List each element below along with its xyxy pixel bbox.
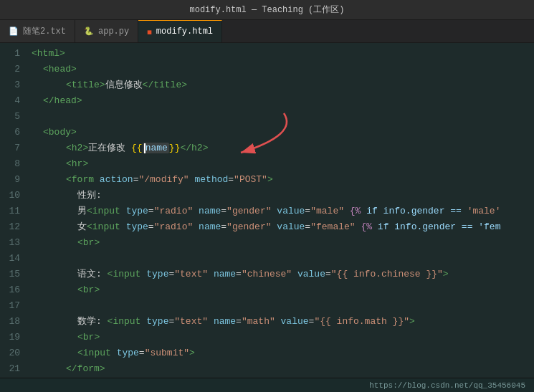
html-icon: ◼ (147, 27, 152, 37)
tab-app[interactable]: 🐍 app.py (75, 20, 138, 42)
ln-22: 22 (0, 377, 20, 378)
ln-16: 16 (0, 282, 20, 298)
editor: 1 2 3 4 5 6 7 8 9 10 11 12 13 14 15 16 1… (0, 43, 534, 378)
ln-14: 14 (0, 251, 20, 267)
python-icon: 🐍 (84, 27, 94, 36)
code-line-21: </form> (32, 361, 534, 377)
code-line-9: <form action="/modify" method="POST"> (32, 172, 534, 188)
ln-11: 11 (0, 204, 20, 219)
code-line-14 (32, 251, 534, 267)
ln-15: 15 (0, 267, 20, 282)
code-line-5 (32, 109, 534, 125)
code-line-22: </body> (32, 377, 534, 378)
ln-9: 9 (0, 172, 20, 188)
code-line-6: <body> (32, 125, 534, 140)
ln-7: 7 (0, 140, 20, 156)
title-bar: modify.html — Teaching (工作区) (0, 0, 534, 20)
tab-notes-label: 随笔2.txt (23, 25, 66, 37)
tab-notes[interactable]: 📄 随笔2.txt (0, 20, 75, 42)
code-line-2: <head> (32, 62, 534, 77)
code-line-20: <input type="submit"> (32, 345, 534, 361)
code-line-13: <br> (32, 235, 534, 251)
ln-19: 19 (0, 330, 20, 345)
bottom-bar: https://blog.csdn.net/qq_35456045 (0, 378, 534, 392)
ln-12: 12 (0, 219, 20, 235)
line-numbers: 1 2 3 4 5 6 7 8 9 10 11 12 13 14 15 16 1… (0, 43, 26, 378)
code-line-11: 男<input type="radio" name="gender" value… (32, 204, 534, 219)
code-line-17 (32, 298, 534, 314)
tab-modify-label: modify.html (156, 27, 213, 37)
notes-icon: 📄 (9, 27, 19, 36)
ln-13: 13 (0, 235, 20, 251)
tab-bar: 📄 随笔2.txt 🐍 app.py ◼ modify.html (0, 20, 534, 43)
tab-app-label: app.py (98, 27, 129, 37)
ln-10: 10 (0, 188, 20, 204)
code-line-19: <br> (32, 330, 534, 345)
ln-18: 18 (0, 314, 20, 330)
blog-url: https://blog.csdn.net/qq_35456045 (369, 381, 525, 390)
code-line-1: <html> (32, 46, 534, 62)
title-text: modify.html — Teaching (工作区) (189, 4, 344, 16)
code-line-4: </head> (32, 93, 534, 109)
ln-4: 4 (0, 93, 20, 109)
code-line-16: <br> (32, 282, 534, 298)
ln-8: 8 (0, 156, 20, 172)
code-line-3: <title>信息修改</title> (32, 77, 534, 93)
ln-20: 20 (0, 345, 20, 361)
ln-3: 3 (0, 77, 20, 93)
ln-21: 21 (0, 361, 20, 377)
code-line-15: 语文: <input type="text" name="chinese" va… (32, 267, 534, 282)
ln-6: 6 (0, 125, 20, 140)
tab-modify[interactable]: ◼ modify.html (138, 20, 222, 42)
ln-2: 2 (0, 62, 20, 77)
ln-1: 1 (0, 46, 20, 62)
ln-5: 5 (0, 109, 20, 125)
code-area[interactable]: <html> <head> <title>信息修改</title> </head… (26, 43, 534, 378)
code-line-18: 数学: <input type="text" name="math" value… (32, 314, 534, 330)
ln-17: 17 (0, 298, 20, 314)
code-line-12: 女<input type="radio" name="gender" value… (32, 219, 534, 235)
code-line-7: <h2>正在修改 {{name}}</h2> (32, 140, 534, 156)
code-line-8: <hr> (32, 156, 534, 172)
code-line-10: 性别: (32, 188, 534, 204)
